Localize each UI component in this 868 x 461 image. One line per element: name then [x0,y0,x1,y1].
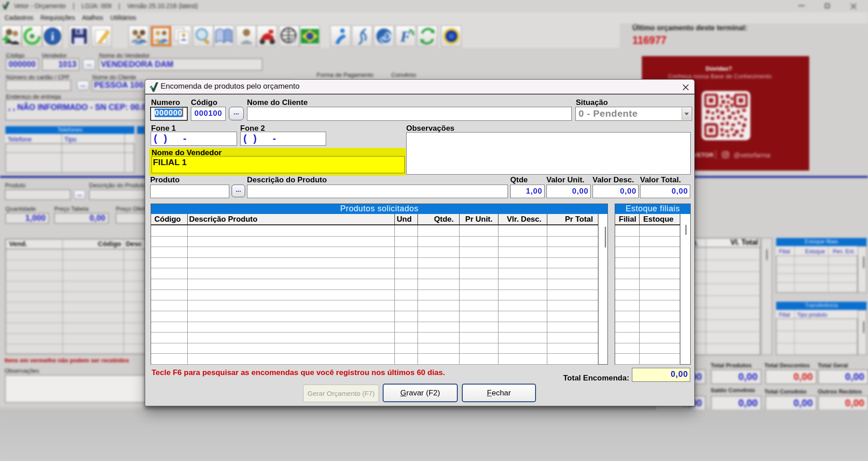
svg-text:F: F [400,28,411,45]
svg-text:i: i [51,30,54,43]
